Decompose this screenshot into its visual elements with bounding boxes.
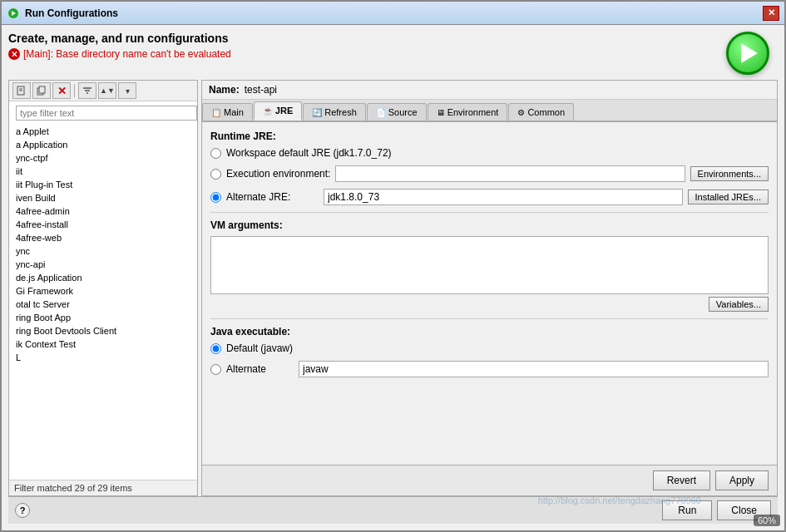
error-line: ✕ [Main]: Base directory name can't be e… bbox=[8, 48, 231, 60]
alternate-exec-input[interactable] bbox=[299, 361, 769, 377]
run-button[interactable] bbox=[726, 32, 769, 75]
window-title: Run Configurations bbox=[25, 7, 763, 19]
tab-source[interactable]: 📄 Source bbox=[367, 103, 427, 121]
window-icon bbox=[7, 7, 20, 20]
sort-btn[interactable]: ▲▼ bbox=[98, 82, 116, 99]
vm-args-textarea[interactable] bbox=[210, 236, 769, 294]
header-section: Create, manage, and run configurations ✕… bbox=[8, 32, 778, 75]
variables-btn-row: Variables... bbox=[210, 297, 769, 312]
environments-button[interactable]: Environments... bbox=[690, 166, 769, 181]
list-item[interactable]: a Application bbox=[9, 138, 197, 151]
revert-button[interactable]: Revert bbox=[653, 470, 710, 490]
list-item[interactable]: 4afree-install bbox=[9, 218, 197, 231]
environment-icon: 🖥 bbox=[437, 108, 445, 117]
workspace-jre-radio[interactable] bbox=[210, 148, 221, 159]
title-bar: Run Configurations ✕ bbox=[2, 2, 784, 25]
tab-common[interactable]: ⚙ Common bbox=[508, 103, 574, 121]
tab-environment[interactable]: 🖥 Environment bbox=[428, 103, 508, 121]
tab-main-label: Main bbox=[224, 107, 244, 117]
java-exec-section: Java executable: Default (javaw) Alterna… bbox=[210, 326, 769, 377]
new-config-btn[interactable] bbox=[12, 82, 31, 99]
close-button[interactable]: ✕ bbox=[763, 6, 779, 21]
left-panel: ✕ ▲▼ ▾ a Applet a Application ync-ctp bbox=[8, 80, 198, 496]
divider1 bbox=[210, 212, 769, 213]
error-message: [Main]: Base directory name can't be eva… bbox=[23, 48, 231, 60]
installed-jres-button[interactable]: Installed JREs... bbox=[688, 190, 769, 204]
bottom-buttons: Revert Apply bbox=[202, 465, 777, 495]
alt-exec-radio-row: Alternate bbox=[210, 363, 294, 375]
runtime-jre-label: Runtime JRE: bbox=[210, 131, 769, 142]
refresh-icon: 🔄 bbox=[312, 108, 322, 117]
default-javaw-label: Default (javaw) bbox=[226, 342, 293, 354]
divider2 bbox=[210, 318, 769, 319]
name-label: Name: bbox=[209, 84, 240, 96]
jre-tab-content: Runtime JRE: Workspace default JRE (jdk1… bbox=[202, 122, 777, 465]
help-button[interactable]: ? bbox=[15, 503, 30, 518]
right-panel: Name: test-api 📋 Main ☕ JRE 🔄 Ref bbox=[201, 80, 778, 496]
config-list: a Applet a Application ync-ctpf iit iit … bbox=[9, 125, 197, 480]
execution-env-radio[interactable] bbox=[210, 169, 221, 180]
content-area: Create, manage, and run configurations ✕… bbox=[2, 25, 784, 530]
list-item[interactable]: ync-ctpf bbox=[9, 151, 197, 165]
list-item[interactable]: iven Build bbox=[9, 191, 197, 204]
list-item[interactable]: ring Boot App bbox=[9, 311, 197, 324]
list-item[interactable]: Gi Framework bbox=[9, 284, 197, 298]
name-value: test-api bbox=[245, 84, 277, 96]
tab-main[interactable]: 📋 Main bbox=[202, 103, 253, 121]
alternate-jre-row: Alternate JRE: Installed JREs... bbox=[210, 189, 769, 205]
more-btn[interactable]: ▾ bbox=[118, 82, 136, 99]
delete-btn[interactable]: ✕ bbox=[52, 82, 71, 99]
vm-args-label: VM arguments: bbox=[210, 219, 769, 231]
list-item[interactable]: L bbox=[9, 351, 197, 364]
alt-jre-radio-row: Alternate JRE: bbox=[210, 191, 319, 203]
tabs-row: 📋 Main ☕ JRE 🔄 Refresh 📄 Source bbox=[202, 100, 777, 122]
execution-env-input[interactable] bbox=[335, 165, 685, 182]
filter-input[interactable] bbox=[16, 106, 197, 121]
workspace-jre-row: Workspace default JRE (jdk1.7.0_72) bbox=[210, 147, 769, 159]
alternate-exec-radio[interactable] bbox=[210, 364, 221, 375]
alternate-jre-input[interactable] bbox=[324, 189, 683, 205]
alternate-exec-row: Alternate bbox=[210, 361, 769, 377]
list-item[interactable]: 4afree-admin bbox=[9, 204, 197, 218]
tab-common-label: Common bbox=[527, 107, 565, 117]
name-row: Name: test-api bbox=[202, 81, 777, 100]
filter-row bbox=[9, 101, 197, 125]
list-item[interactable]: ik Context Test bbox=[9, 337, 197, 351]
variables-button[interactable]: Variables... bbox=[709, 297, 769, 312]
default-javaw-radio[interactable] bbox=[210, 343, 221, 354]
copy-btn[interactable] bbox=[32, 82, 51, 99]
list-item[interactable]: de.js Application bbox=[9, 271, 197, 284]
filter-btn[interactable] bbox=[78, 82, 96, 99]
default-javaw-row: Default (javaw) bbox=[210, 342, 769, 354]
list-item[interactable]: a Applet bbox=[9, 125, 197, 138]
workspace-jre-label: Workspace default JRE (jdk1.7.0_72) bbox=[226, 147, 392, 159]
watermark: http://blog.csdn.net/tengdazhang770960 bbox=[538, 495, 701, 505]
apply-button[interactable]: Apply bbox=[715, 470, 769, 490]
list-item[interactable]: ync bbox=[9, 244, 197, 258]
filter-status: Filter matched 29 of 29 items bbox=[9, 480, 197, 495]
java-exec-label: Java executable: bbox=[210, 326, 769, 337]
list-item[interactable]: 4afree-web bbox=[9, 231, 197, 244]
vm-args-section: VM arguments: Variables... bbox=[210, 219, 769, 312]
alternate-jre-radio[interactable] bbox=[210, 192, 221, 203]
execution-env-row: Execution environment: Environments... bbox=[210, 165, 769, 182]
tab-refresh-label: Refresh bbox=[324, 107, 357, 117]
list-item[interactable]: otal tc Server bbox=[9, 298, 197, 311]
tab-jre[interactable]: ☕ JRE bbox=[254, 101, 302, 121]
alternate-exec-label: Alternate bbox=[226, 363, 266, 375]
main-icon: 📋 bbox=[211, 108, 221, 117]
list-item[interactable]: ring Boot Devtools Client bbox=[9, 324, 197, 337]
error-icon: ✕ bbox=[8, 48, 20, 60]
left-toolbar: ✕ ▲▼ ▾ bbox=[9, 81, 197, 101]
tab-refresh[interactable]: 🔄 Refresh bbox=[303, 103, 366, 121]
tab-environment-label: Environment bbox=[447, 107, 499, 117]
list-item[interactable]: iit bbox=[9, 165, 197, 178]
list-item[interactable]: iit Plug-in Test bbox=[9, 178, 197, 191]
tab-jre-label: JRE bbox=[275, 106, 293, 116]
tab-source-label: Source bbox=[388, 107, 418, 117]
zoom-badge: 60% bbox=[754, 515, 780, 526]
main-body: ✕ ▲▼ ▾ a Applet a Application ync-ctp bbox=[8, 80, 778, 496]
svg-rect-6 bbox=[39, 86, 45, 93]
common-icon: ⚙ bbox=[517, 108, 525, 117]
list-item[interactable]: ync-api bbox=[9, 258, 197, 271]
